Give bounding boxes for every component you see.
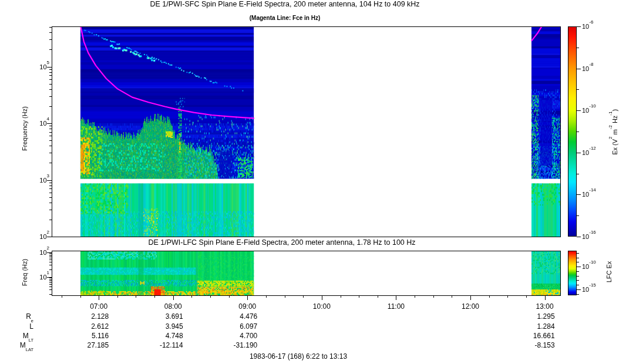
ephemeris-row-label: MLT [4, 332, 33, 341]
x-tick-label: 07:00 [78, 302, 119, 311]
ephemeris-value: 3.945 [136, 322, 183, 331]
footer-date-range: 1983-06-17 (168) 6:22 to 13:13 [152, 352, 445, 360]
ephemeris-row-label: L [4, 322, 33, 331]
sfc-y-tick-label: 103 [26, 176, 49, 184]
lfc-colorbar-tick-label: 10-10 [582, 262, 596, 270]
sfc-colorbar-tick-label: 10-12 [582, 148, 596, 156]
sfc-colorbar-tick-label: 10-8 [582, 64, 593, 72]
ephemeris-value: 6.097 [210, 322, 257, 331]
ephemeris-value: 4.700 [210, 332, 257, 340]
sfc-y-tick-label: 102 [26, 232, 49, 240]
ephemeris-value: 2.612 [62, 322, 109, 331]
ephemeris-value: -8.153 [508, 341, 555, 349]
lfc-y-tick-label: 101 [26, 272, 49, 281]
sfc-colorbar-tick-label: 10-16 [582, 232, 596, 240]
sfc-y-tick-label: 104 [26, 119, 49, 127]
lfc-colorbar-tick-label: 10-15 [582, 285, 596, 293]
lfc-y-tick-label: 102 [26, 248, 49, 256]
ephemeris-value: -31.190 [210, 341, 257, 349]
sfc-title: DE 1/PWI-SFC Spin Plane E-Field Spectra,… [0, 0, 570, 8]
spectrogram-page: DE 1/PWI-SFC Spin Plane E-Field Spectra,… [0, 0, 636, 364]
ephemeris-value: 1.284 [508, 322, 555, 331]
sfc-colorbar-tick-label: 10-10 [582, 106, 596, 114]
sfc-y-axis-label: Frequency (Hz) [21, 82, 28, 176]
x-tick-label: 11:00 [375, 302, 416, 311]
ephemeris-value: 27.185 [62, 341, 109, 349]
ephemeris-value: 16.661 [508, 332, 555, 340]
x-tick-label: 08:00 [153, 302, 194, 311]
ephemeris-value: 1.295 [508, 312, 555, 321]
sfc-colorbar-label: Ex (V2 m-2 Hz-1) [610, 73, 618, 191]
ephemeris-value: 2.128 [62, 312, 109, 321]
x-tick-label: 13:00 [524, 302, 566, 311]
x-tick-label: 09:00 [227, 302, 268, 311]
ephemeris-value: 4.748 [136, 332, 183, 340]
ephemeris-row-label: Re [4, 312, 33, 322]
sfc-colorbar-tick-label: 10-6 [582, 22, 593, 30]
x-tick-label: 12:00 [450, 302, 491, 311]
sfc-subtitle: (Magenta Line: Fce in Hz) [0, 15, 570, 21]
ephemeris-row-label: MLAT [4, 341, 33, 350]
ephemeris-value: -12.114 [136, 341, 183, 349]
x-tick-label: 10:00 [301, 302, 342, 311]
ephemeris-value: 5.116 [62, 332, 109, 340]
ephemeris-value: 3.691 [136, 312, 183, 321]
lfc-title: DE 1/PWI-LFC Spin Plane E-Field Spectra,… [0, 238, 564, 247]
sfc-colorbar-tick-label: 10-14 [582, 190, 596, 198]
sfc-y-tick-label: 105 [26, 62, 49, 70]
lfc-colorbar-label: LFC Ex [605, 242, 613, 301]
ephemeris-value: 4.476 [210, 312, 257, 321]
